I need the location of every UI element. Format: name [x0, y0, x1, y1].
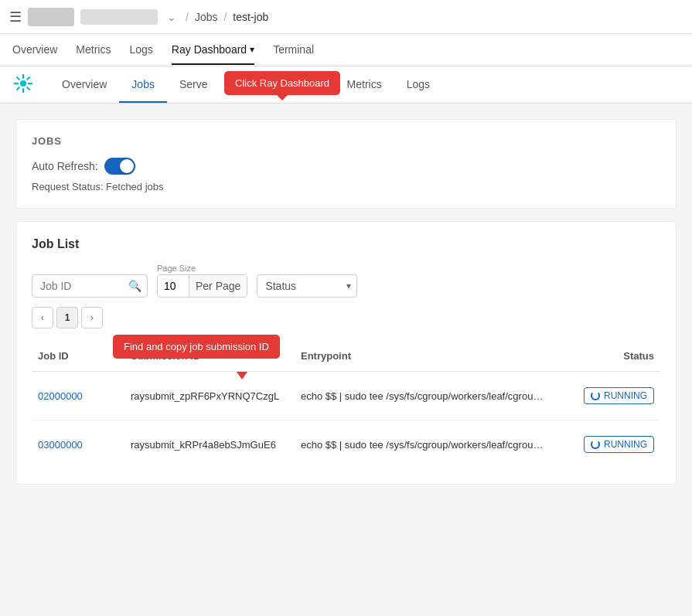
col-header-submission-id: Submission ID	[124, 347, 295, 365]
submission-id-cell-0: raysubmit_zpRF6PxYRNQ7CzgL	[124, 387, 295, 405]
tab-logs[interactable]: Logs	[129, 36, 152, 65]
tab-terminal[interactable]: Terminal	[273, 36, 314, 65]
jobs-section: JOBS Auto Refresh: Request Status: Fetch…	[15, 119, 677, 209]
table-header: Job ID Submission ID Entrypoint Status	[32, 341, 660, 372]
col-header-entrypoint: Entrypoint	[295, 347, 552, 365]
ray-nav-overview[interactable]: Overview	[49, 67, 119, 103]
breadcrumb-jobs: Jobs	[195, 11, 218, 23]
spinner-icon-1	[591, 440, 600, 449]
ray-nav-actors[interactable]: Actors	[279, 67, 335, 103]
svg-line-5	[17, 77, 20, 80]
pagination-row: ‹ 1 › Find and copy job submission ID	[32, 307, 660, 328]
svg-line-7	[27, 77, 30, 80]
job-list-section: Job List 🔍 Page Size Per Page Status RUN…	[15, 221, 677, 485]
logo-placeholder	[28, 8, 74, 26]
page-1-button[interactable]: 1	[56, 307, 78, 328]
status-cell-0: RUNNING	[552, 384, 660, 407]
search-icon: 🔍	[128, 280, 141, 292]
tab-ray-dashboard[interactable]: Ray Dashboard ▾	[172, 36, 254, 65]
auto-refresh-toggle[interactable]	[104, 158, 135, 175]
request-status: Request Status: Fetched jobs	[32, 181, 660, 192]
tab-bar: Overview Metrics Logs Ray Dashboard ▾ Te…	[0, 34, 692, 66]
tab-metrics[interactable]: Metrics	[76, 36, 111, 65]
ray-nav-serve[interactable]: Serve	[167, 67, 220, 103]
status-badge-1: RUNNING	[584, 436, 654, 453]
breadcrumb-separator: ⌄	[167, 11, 176, 23]
breadcrumb-separator2: /	[223, 11, 227, 23]
toggle-knob	[120, 159, 134, 173]
table-row: 02000000 raysubmit_zpRF6PxYRNQ7CzgL echo…	[32, 372, 660, 420]
job-id-cell-1[interactable]: 03000000	[32, 436, 124, 454]
spinner-icon-0	[591, 391, 600, 400]
ray-logo	[12, 73, 34, 97]
status-select[interactable]: Status RUNNING SUCCEEDED FAILED	[257, 274, 357, 298]
page-size-container: Page Size Per Page	[157, 264, 247, 298]
submission-id-cell-1: raysubmit_kRPr4a8ebSJmGuE6	[124, 436, 295, 454]
entrypoint-cell-1: echo $$ | sudo tee /sys/fs/cgroup/worker…	[295, 436, 552, 454]
top-bar: ☰ ⌄ / Jobs / test-job	[0, 0, 692, 34]
col-header-status: Status	[552, 347, 660, 365]
controls-row: 🔍 Page Size Per Page Status RUNNING SUCC…	[32, 264, 660, 298]
ray-nav-cluster[interactable]: Cluster	[220, 67, 279, 103]
tab-overview[interactable]: Overview	[12, 36, 57, 65]
submission-tooltip-arrow	[237, 372, 247, 379]
main-content: JOBS Auto Refresh: Request Status: Fetch…	[0, 104, 692, 567]
auto-refresh-label: Auto Refresh:	[32, 160, 98, 172]
ray-nav-container: Overview Jobs Serve Cluster Actors Metri…	[0, 66, 692, 104]
menu-icon[interactable]: ☰	[9, 9, 22, 26]
svg-line-8	[17, 87, 20, 90]
svg-point-0	[20, 80, 26, 87]
ray-nav-jobs[interactable]: Jobs	[119, 67, 167, 103]
ray-nav-logs[interactable]: Logs	[394, 67, 442, 103]
status-badge-0: RUNNING	[584, 387, 654, 404]
page-size-label: Page Size	[157, 264, 247, 273]
page-size-box: Per Page	[157, 274, 247, 298]
table-row: 03000000 raysubmit_kRPr4a8ebSJmGuE6 echo…	[32, 420, 660, 468]
search-box: 🔍	[32, 274, 148, 298]
job-table: Job ID Submission ID Entrypoint Status 0…	[32, 341, 660, 468]
svg-line-6	[27, 87, 30, 90]
ray-nav-metrics[interactable]: Metrics	[335, 67, 394, 103]
prev-page-button[interactable]: ‹	[32, 307, 53, 328]
dropdown-arrow-icon: ▾	[250, 44, 254, 55]
page-size-input[interactable]	[158, 275, 189, 297]
breadcrumb-test-job: test-job	[233, 11, 268, 23]
ray-nav: Overview Jobs Serve Cluster Actors Metri…	[0, 66, 692, 104]
url-placeholder	[80, 9, 158, 25]
per-page-label: Per Page	[189, 275, 247, 297]
status-select-wrapper: Status RUNNING SUCCEEDED FAILED ▾	[257, 274, 357, 298]
job-list-title: Job List	[32, 237, 660, 251]
job-id-cell-0[interactable]: 02000000	[32, 387, 124, 405]
entrypoint-cell-0: echo $$ | sudo tee /sys/fs/cgroup/worker…	[295, 387, 552, 405]
auto-refresh-row: Auto Refresh:	[32, 158, 660, 175]
status-cell-1: RUNNING	[552, 433, 660, 456]
breadcrumb-separator-slash: /	[186, 11, 189, 23]
next-page-button[interactable]: ›	[81, 307, 103, 328]
col-header-job-id: Job ID	[32, 347, 124, 365]
jobs-section-title: JOBS	[32, 135, 660, 147]
